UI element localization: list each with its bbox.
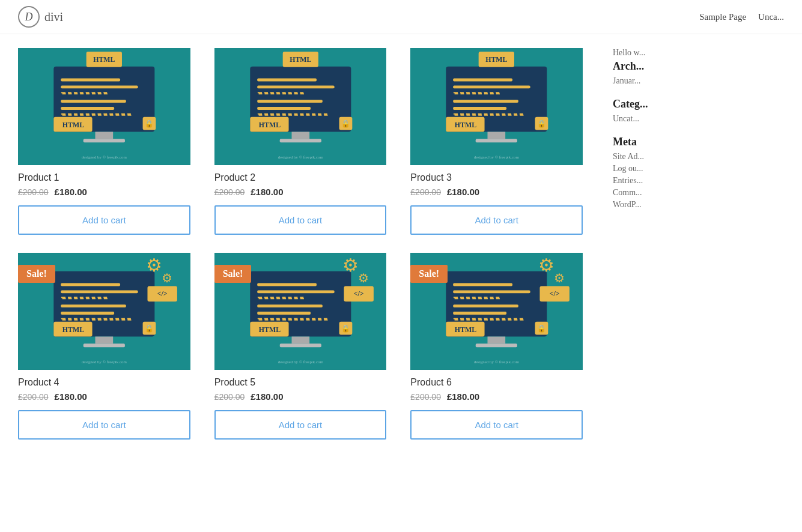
add-to-cart-button-6[interactable]: Add to cart <box>410 410 583 440</box>
product-visual-2: HTML🔒HTMLdesigned by © freepik.com <box>214 48 387 165</box>
svg-text:⚙: ⚙ <box>538 256 554 275</box>
svg-rect-59 <box>96 337 114 344</box>
svg-rect-75 <box>257 304 323 307</box>
product-name-1: Product 1 <box>18 172 190 183</box>
sidebar-archives-heading: Arch... <box>613 60 721 73</box>
product-name-3: Product 3 <box>410 172 583 183</box>
sidebar-hello: Hello w... <box>613 48 721 58</box>
svg-rect-60 <box>84 343 125 347</box>
svg-rect-97 <box>488 337 506 344</box>
sidebar-categories: Categ... Uncat... <box>613 98 721 124</box>
svg-text:HTML: HTML <box>62 325 84 334</box>
sidebar-archives: Arch... Januar... <box>613 60 721 86</box>
svg-rect-25 <box>291 132 309 139</box>
product-original-price-4: £200.00 <box>18 392 49 402</box>
product-prices-4: £200.00£180.00 <box>18 391 190 402</box>
svg-text:designed by © freepik.com: designed by © freepik.com <box>474 360 520 364</box>
sale-badge-6: Sale! <box>410 265 448 283</box>
sidebar-meta-wordpress[interactable]: WordP... <box>613 200 721 210</box>
product-prices-3: £200.00£180.00 <box>410 187 583 197</box>
svg-text:HTML: HTML <box>455 325 476 334</box>
svg-rect-91 <box>453 283 512 286</box>
sidebar-meta-siteadmin[interactable]: Site Ad... <box>613 152 721 162</box>
svg-text:⚙: ⚙ <box>162 271 172 285</box>
svg-rect-76 <box>257 312 311 315</box>
nav-sample-page[interactable]: Sample Page <box>699 12 746 22</box>
svg-text:🔒: 🔒 <box>341 324 350 333</box>
product-sale-price-1: £180.00 <box>55 187 87 197</box>
product-name-6: Product 6 <box>410 377 583 388</box>
svg-rect-43 <box>476 139 517 142</box>
site-header: D divi Sample Page Unca... <box>0 0 802 34</box>
product-image-1: HTML🔒HTMLdesigned by © freepik.com <box>18 48 190 165</box>
svg-text:designed by © freepik.com: designed by © freepik.com <box>278 155 323 159</box>
svg-text:</>: </> <box>353 289 363 298</box>
add-to-cart-button-1[interactable]: Add to cart <box>18 205 190 235</box>
product-image-3: HTML🔒HTMLdesigned by © freepik.com <box>410 48 583 165</box>
add-to-cart-button-5[interactable]: Add to cart <box>214 410 387 440</box>
product-name-2: Product 2 <box>214 172 387 183</box>
logo-circle-icon: D <box>18 6 40 28</box>
svg-text:⚙: ⚙ <box>358 271 369 285</box>
svg-text:HTML: HTML <box>258 121 280 129</box>
svg-rect-8 <box>96 132 114 139</box>
svg-text:designed by © freepik.com: designed by © freepik.com <box>474 155 520 159</box>
product-name-5: Product 5 <box>214 377 387 388</box>
product-card-3: HTML🔒HTMLdesigned by © freepik.comProduc… <box>410 48 583 235</box>
sidebar-archives-jan[interactable]: Januar... <box>613 76 721 86</box>
product-visual-1: HTML🔒HTMLdesigned by © freepik.com <box>18 48 190 165</box>
product-image-2: HTML🔒HTMLdesigned by © freepik.com <box>214 48 387 165</box>
svg-rect-40 <box>453 107 506 110</box>
product-card-2: HTML🔒HTMLdesigned by © freepik.comProduc… <box>214 48 387 235</box>
sidebar-meta-logout[interactable]: Log ou... <box>613 164 721 174</box>
svg-rect-39 <box>453 100 518 103</box>
product-image-6: Sale!HTML🔒⚙⚙</>designed by © freepik.com <box>410 253 583 370</box>
product-card-6: Sale!HTML🔒⚙⚙</>designed by © freepik.com… <box>410 253 583 440</box>
svg-rect-79 <box>279 343 321 347</box>
svg-text:🔒: 🔒 <box>145 324 154 333</box>
svg-rect-73 <box>257 290 335 293</box>
product-prices-5: £200.00£180.00 <box>214 391 387 402</box>
main-content: HTML🔒HTMLdesigned by © freepik.comProduc… <box>0 48 601 440</box>
svg-rect-9 <box>84 139 125 142</box>
svg-rect-72 <box>257 283 317 286</box>
product-sale-price-3: £180.00 <box>447 187 479 197</box>
svg-rect-22 <box>257 100 323 103</box>
svg-text:</>: </> <box>550 289 560 298</box>
svg-rect-56 <box>61 304 126 307</box>
svg-text:🔒: 🔒 <box>537 324 546 333</box>
product-original-price-1: £200.00 <box>18 187 49 197</box>
svg-rect-3 <box>61 85 138 88</box>
sidebar-category-uncat[interactable]: Uncat... <box>613 114 721 124</box>
sidebar-meta: Meta Site Ad... Log ou... Entries... Com… <box>613 136 721 210</box>
svg-text:⚙: ⚙ <box>146 256 162 275</box>
product-prices-6: £200.00£180.00 <box>410 391 583 402</box>
nav-uncategorized[interactable]: Unca... <box>758 12 784 22</box>
page-layout: HTML🔒HTMLdesigned by © freepik.comProduc… <box>0 36 802 452</box>
svg-rect-23 <box>257 107 311 110</box>
site-logo[interactable]: D divi <box>18 6 63 28</box>
svg-text:designed by © freepik.com: designed by © freepik.com <box>82 155 127 159</box>
add-to-cart-button-3[interactable]: Add to cart <box>410 205 583 235</box>
svg-rect-37 <box>453 85 530 88</box>
product-original-price-6: £200.00 <box>410 392 441 402</box>
add-to-cart-button-2[interactable]: Add to cart <box>214 205 387 235</box>
main-nav: Sample Page Unca... <box>699 12 784 22</box>
svg-text:HTML: HTML <box>258 325 280 334</box>
svg-rect-2 <box>61 79 120 82</box>
svg-text:🔒: 🔒 <box>537 119 546 128</box>
svg-text:⚙: ⚙ <box>554 271 565 285</box>
sidebar-meta-comments[interactable]: Comm... <box>613 188 721 198</box>
product-name-4: Product 4 <box>18 377 190 388</box>
product-original-price-5: £200.00 <box>214 392 245 402</box>
svg-text:HTML: HTML <box>486 55 508 64</box>
sale-badge-5: Sale! <box>214 265 252 283</box>
add-to-cart-button-4[interactable]: Add to cart <box>18 410 190 440</box>
sidebar-meta-entries[interactable]: Entries... <box>613 176 721 186</box>
product-image-5: Sale!HTML🔒⚙⚙</>designed by © freepik.com <box>214 253 387 370</box>
product-sale-price-5: £180.00 <box>251 391 283 402</box>
product-visual-3: HTML🔒HTMLdesigned by © freepik.com <box>410 48 583 165</box>
svg-rect-26 <box>279 139 321 142</box>
svg-text:HTML: HTML <box>290 55 311 64</box>
product-card-5: Sale!HTML🔒⚙⚙</>designed by © freepik.com… <box>214 253 387 440</box>
